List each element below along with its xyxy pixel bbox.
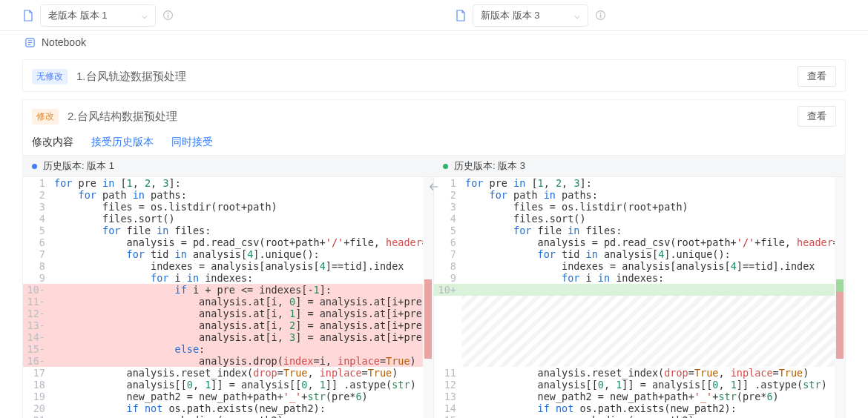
view-button[interactable]: 查看 [798,106,836,127]
info-icon[interactable] [162,10,174,21]
code-line[interactable]: 15 os.makedirs(new_path2) [434,414,845,418]
code-line-deleted[interactable]: 10- if i + pre <= indexes[-1]: [23,284,433,296]
line-number: 3 [434,201,462,213]
line-number [434,296,462,308]
line-number: 10+ [434,284,462,296]
code-line-deleted[interactable]: 12- analysis.at[i, 1] = analysis.at[i+pr… [23,308,433,319]
code-line[interactable]: 20 if not os.path.exists(new_path2): [23,402,433,414]
code-line[interactable]: 5 for file in files: [23,225,433,236]
line-number: 13 [434,391,462,402]
code-line[interactable]: 5 for file in files: [434,225,845,236]
code-line-deleted[interactable]: 14- analysis.at[i, 3] = analysis.at[i+pr… [23,331,433,343]
line-number: 9 [23,272,51,284]
code-line[interactable]: 2 for path in paths: [434,189,845,201]
line-number: 4 [434,213,462,225]
code-line[interactable]: 9 for i in indexes: [434,272,845,284]
section-1-title: 1.台风轨迹数据预处理 [76,70,186,84]
code-line-deleted[interactable]: 16- analysis.drop(index=i, inplace=True) [23,355,433,367]
code-line-placeholder[interactable] [434,319,845,331]
code-text: if not os.path.exists(new_path2): [51,402,433,414]
notebook-icon [24,36,36,48]
code-line[interactable]: 6 analysis = pd.read_csv(root+path+'/'+f… [23,236,433,248]
old-version-slot: 老版本 版本 1 ⌵ [0,4,434,27]
changed-badge: 修改 [32,109,59,125]
line-number: 15- [23,343,51,355]
code-line[interactable]: 19 new_path2 = new_path+path+'_'+str(pre… [23,391,433,402]
info-icon[interactable] [594,10,606,21]
code-text: for tid in analysis[4].unique(): [51,248,433,260]
code-line[interactable]: 17 analysis.reset_index(drop=True, inpla… [23,367,433,379]
old-version-select[interactable]: 老版本 版本 1 ⌵ [40,4,156,27]
code-line[interactable]: 11 analysis.reset_index(drop=True, inpla… [434,367,845,379]
line-number: 16- [23,355,51,367]
code-line[interactable]: 12 analysis[[0, 1]] = analysis[[0, 1]] .… [434,379,845,391]
code-line[interactable]: 4 files.sort() [434,213,845,225]
code-line[interactable]: 1for pre in [1, 2, 3]: [434,177,845,189]
chevron-down-icon: ⌵ [574,10,580,21]
code-line-placeholder[interactable] [434,308,845,319]
version-labels: 历史版本: 版本 1 历史版本: 版本 3 [23,155,845,177]
old-version-label: 老版本 版本 1 [48,9,107,22]
line-number: 12 [434,379,462,391]
line-number: 13- [23,319,51,331]
code-line[interactable]: 1for pre in [1, 2, 3]: [23,177,433,189]
code-text: else: [51,343,433,355]
notebook-label: Notebook [42,36,86,48]
new-version-select[interactable]: 新版本 版本 3 ⌵ [473,4,588,27]
code-line[interactable]: 2 for path in paths: [23,189,433,201]
right-version-label: 历史版本: 版本 3 [454,159,525,173]
line-number [434,308,462,319]
code-text: analysis.at[i, 0] = analysis.at[i+pre, 0… [51,296,434,308]
line-number: 20 [23,402,51,414]
line-number [434,331,462,343]
line-number: 15 [434,414,462,418]
code-line-placeholder[interactable] [434,296,845,308]
code-text: analysis.reset_index(drop=True, inplace=… [51,367,433,379]
tab-accept-both[interactable]: 同时接受 [171,136,213,149]
code-line[interactable]: 3 files = os.listdir(root+path) [23,201,433,213]
code-line[interactable]: 7 for tid in analysis[4].unique(): [434,248,845,260]
tab-accept-history[interactable]: 接受历史版本 [91,136,154,149]
code-text: if i + pre <= indexes[-1]: [51,284,433,296]
code-line[interactable]: 7 for tid in analysis[4].unique(): [23,248,433,260]
new-version-slot: 新版本 版本 3 ⌵ [434,4,868,27]
minimap-left[interactable] [423,177,433,418]
chevron-down-icon: ⌵ [142,10,148,21]
unchanged-badge: 无修改 [32,69,68,84]
code-line-placeholder[interactable] [434,331,845,343]
code-line[interactable]: 6 analysis = pd.read_csv(root+path+'/'+f… [434,236,845,248]
code-line-deleted[interactable]: 13- analysis.at[i, 2] = analysis.at[i+pr… [23,319,433,331]
line-number [434,355,462,367]
minimap-right[interactable] [835,177,845,418]
code-text [462,331,845,343]
line-number: 4 [23,213,51,225]
code-text: indexes = analysis[analysis[4]==tid].ind… [51,260,433,272]
code-line[interactable]: 21 os.makedirs(new_path2) [23,414,433,418]
code-line[interactable]: 8 indexes = analysis[analysis[4]==tid].i… [434,260,845,272]
code-text: analysis.at[i, 1] = analysis.at[i+pre, 1… [51,308,434,319]
line-number: 12- [23,308,51,319]
section-1: 无修改 1.台风轨迹数据预处理 查看 [22,59,846,92]
code-text [462,284,845,296]
tab-modified[interactable]: 修改内容 [32,136,73,149]
left-code-pane[interactable]: 1for pre in [1, 2, 3]:2 for path in path… [23,177,434,418]
left-version-label-row: 历史版本: 版本 1 [23,159,434,173]
code-text: analysis.at[i, 2] = analysis.at[i+pre, 2… [51,319,434,331]
code-line[interactable]: 18 analysis[[0, 1]] = analysis[[0, 1]] .… [23,379,433,391]
right-code-pane[interactable]: 1for pre in [1, 2, 3]:2 for path in path… [434,177,845,418]
code-line-deleted[interactable]: 15- else: [23,343,433,355]
code-line[interactable]: 3 files = os.listdir(root+path) [434,201,845,213]
code-line[interactable]: 14 if not os.path.exists(new_path2): [434,402,845,414]
code-line[interactable]: 4 files.sort() [23,213,433,225]
code-text: for i in indexes: [51,272,433,284]
code-text: analysis[[0, 1]] = analysis[[0, 1]] .ast… [51,379,433,391]
code-line-placeholder[interactable] [434,343,845,355]
code-line-placeholder[interactable] [434,355,845,367]
code-line-deleted[interactable]: 11- analysis.at[i, 0] = analysis.at[i+pr… [23,296,433,308]
notebook-row: Notebook [0,31,868,53]
code-line[interactable]: 8 indexes = analysis[analysis[4]==tid].i… [23,260,433,272]
code-line-added[interactable]: 10+ [434,284,845,296]
code-line[interactable]: 13 new_path2 = new_path+path+'_'+str(pre… [434,391,845,402]
view-button[interactable]: 查看 [798,66,836,87]
code-line[interactable]: 9 for i in indexes: [23,272,433,284]
